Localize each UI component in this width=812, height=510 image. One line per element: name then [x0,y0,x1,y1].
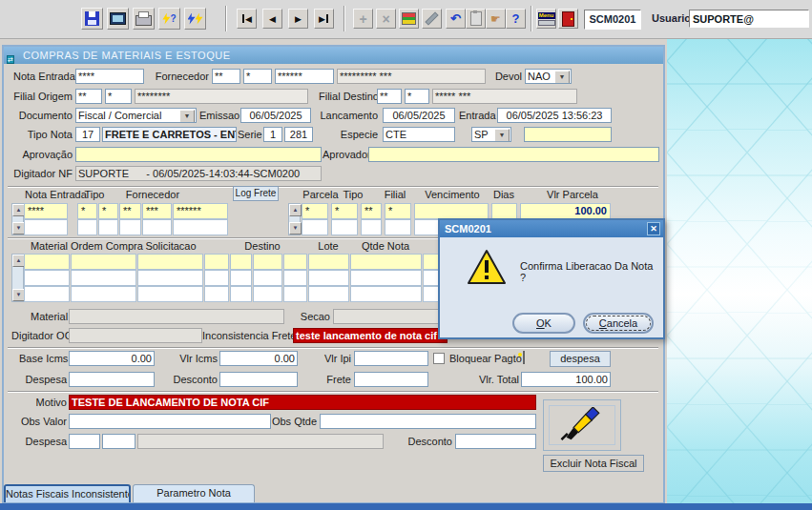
grid-notas-cell[interactable]: * [77,203,97,219]
grid-parcelas-cell[interactable]: ** [361,203,382,219]
grid-parcelas-scrollbar[interactable]: ▲ ▼ [288,203,301,235]
undo-button[interactable]: ↶ [446,9,466,29]
vlr-ipi-field[interactable] [354,351,428,366]
grid-itens-cell[interactable] [137,254,203,270]
grid-itens-cell[interactable] [204,286,229,302]
filial-origem-field-2[interactable]: * [105,89,132,104]
filial-origem-field-1[interactable]: ** [75,89,102,104]
uf-combo[interactable]: SP▼ [471,127,511,142]
aprovacao-field[interactable] [75,147,322,162]
window-titlebar[interactable]: ⇄ COMPRAS DE MATERIAIS E ESTOQUE [4,47,663,64]
grid-parcelas-cell-vlr[interactable]: 100.00 [520,203,611,219]
grid-itens-cell[interactable] [308,254,349,270]
grid-notas-cell[interactable]: ****** [173,203,228,219]
grid-itens-cell[interactable] [253,254,282,270]
grid-notas-cell[interactable] [77,219,97,235]
grid-notas-cell[interactable] [119,219,141,235]
base-icms-field[interactable]: 0.00 [69,351,155,366]
devol-combo[interactable]: NAO▼ [525,69,572,84]
obs-valor-field[interactable] [69,414,271,429]
lancamento-field[interactable]: 06/05/2025 [383,108,455,123]
grid-itens-cell[interactable] [230,286,252,302]
vlr-icms-field[interactable]: 0.00 [219,351,298,366]
grid-parcelas-cell[interactable]: * [331,203,358,219]
grid-itens-cell[interactable] [350,254,422,270]
tipo-nota-cod-field[interactable]: 17 [75,127,100,142]
grid-itens-cell[interactable] [204,270,229,286]
liberar-assinatura-button[interactable] [543,399,621,451]
usuario-field[interactable]: SUPORTE@ [689,10,809,28]
obs-qtde-field[interactable] [320,414,536,429]
grid-itens-cell[interactable] [253,270,282,286]
scroll-up-icon[interactable]: ▲ [289,204,302,216]
grid-parcelas-cell[interactable] [302,219,328,235]
grid-itens-cell[interactable] [71,270,136,286]
grid-itens-cell[interactable] [24,270,70,286]
grid-itens-cell[interactable] [350,286,422,302]
despesa2-field-2[interactable] [102,434,135,449]
aprovador-field[interactable] [368,147,659,162]
grid-itens-cell[interactable] [24,286,70,302]
screen-button[interactable] [107,8,129,30]
grid-itens-cell[interactable] [308,270,349,286]
grid-parcelas-cell-dias[interactable] [491,203,517,219]
grid-notas-cell[interactable] [24,219,68,235]
tab-parametro-nota[interactable]: Parametro Nota [133,484,255,502]
grid-parcelas-cell[interactable]: * [385,203,411,219]
grid-notas-scrollbar[interactable]: ▲ ▼ [11,203,24,235]
grid-notas-cell[interactable] [173,219,228,235]
fornecedor-field-1[interactable]: ** [212,69,240,84]
grid-parcelas-cell-vencimento[interactable] [414,203,489,219]
grid-parcelas-cell[interactable]: * [302,203,328,219]
clear-button[interactable] [422,9,442,29]
grid-notas-cell[interactable]: *** [142,203,172,219]
grid-parcelas-cell[interactable] [331,219,358,235]
grid-notas-cell[interactable]: ** [119,203,141,219]
grid-itens-cell[interactable] [230,270,252,286]
grid-parcelas-cell[interactable] [361,219,382,235]
records-button[interactable] [399,9,419,29]
image-icon[interactable] [523,352,525,363]
grid-notas-cell[interactable] [142,219,172,235]
uf-extra-field[interactable] [524,127,612,142]
menu-button[interactable]: Menu [536,9,556,29]
grid-notas-cell[interactable]: **** [24,203,68,219]
especie-field[interactable]: CTE [383,127,455,142]
grid-itens-cell[interactable] [253,286,282,302]
grid-parcelas-cell[interactable] [385,219,411,235]
grid-itens-cell[interactable] [204,254,229,270]
emissao-field[interactable]: 06/05/2025 [240,108,311,123]
close-icon[interactable]: ✕ [647,222,660,235]
save-button[interactable] [81,8,103,30]
nav-prev-button[interactable]: ◀ [262,9,282,29]
log-frete-button[interactable]: Log Frete [233,186,279,201]
nav-last-button[interactable]: ▶ [314,9,334,29]
despesa-button[interactable]: despesa [550,351,611,367]
dialog-titlebar[interactable]: SCM0201 [440,220,663,237]
grid-itens-cell[interactable] [283,254,307,270]
help-button[interactable]: ? [506,9,526,29]
documento-combo[interactable]: Fiscal / Comercial▼ [75,108,197,123]
vlr-total-field[interactable]: 100.00 [521,372,611,387]
grid-notas-cell[interactable] [98,219,118,235]
filial-destino-field-2[interactable]: * [405,89,429,104]
grid-itens-cell[interactable] [71,254,136,270]
execute-query-button[interactable] [184,8,206,30]
grid-itens-cell[interactable] [308,286,349,302]
grid-itens-cell[interactable] [137,286,203,302]
serie-field[interactable]: 1 [263,127,282,142]
grid-itens-cell[interactable] [283,286,307,302]
grid-itens-cell[interactable] [71,286,136,302]
grid-itens-cell[interactable] [283,270,307,286]
numero-field[interactable]: 281 [284,127,313,142]
ok-button[interactable]: OK [512,313,575,334]
query-help-button[interactable]: ? [158,8,180,30]
grid-itens-cell[interactable] [24,254,70,270]
nota-entrada-field[interactable]: **** [75,69,144,84]
fornecedor-field-3[interactable]: ****** [275,69,334,84]
bloquear-pagto-checkbox[interactable] [433,353,445,364]
fornecedor-field-2[interactable]: * [243,69,272,84]
grid-notas-cell[interactable]: * [98,203,118,219]
paste-button[interactable] [466,9,486,29]
chevron-down-icon[interactable]: ▼ [494,129,510,142]
